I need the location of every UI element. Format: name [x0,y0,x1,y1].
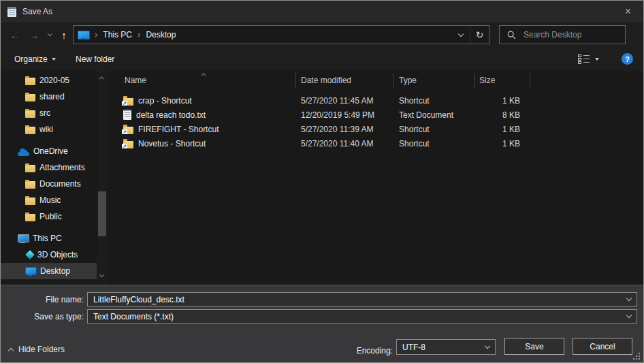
sidebar-item[interactable] [1,279,110,284]
file-row[interactable]: crap - Shortcut 5/27/2020 11:45 AM Short… [110,93,643,108]
sidebar-item-2020-05[interactable]: 2020-05 [1,72,110,89]
thispc-icon [18,234,29,243]
sidebar-item-documents[interactable]: Documents [1,176,110,192]
sidebar-item-label: Documents [39,179,81,189]
folder-icon [25,127,35,134]
resize-grip[interactable] [639,358,640,360]
file-name-cell: delta reach todo.txt [110,110,295,120]
navigation-bar: ← → ↑ › This PC › Desktop ↻ [1,22,643,47]
sidebar-item-public[interactable]: Public [1,208,110,225]
organize-button[interactable]: Organize [14,47,56,71]
scroll-up-icon[interactable] [99,77,103,81]
save-as-type-select[interactable]: Text Documents (*.txt) [87,309,637,323]
help-button[interactable]: ? [622,47,633,71]
sidebar-items: 2020-05 shared src wiki OneDrive Attachm… [1,71,110,284]
file-date-modified: 5/27/2020 11:40 AM [295,139,393,148]
navigation-pane: 2020-05 shared src wiki OneDrive Attachm… [1,71,110,284]
sidebar-item-src[interactable]: src [1,105,110,121]
sidebar-item-onedrive[interactable]: OneDrive [1,143,110,159]
column-header-name[interactable]: Name [125,76,146,85]
desktop-icon [25,267,36,276]
sidebar-item-desktop[interactable]: Desktop [1,263,97,279]
sidebar-item-this-pc[interactable]: This PC [1,230,110,247]
encoding-value: UTF-8 [402,343,425,352]
chevron-down-icon [626,313,632,318]
save-as-type-label: Save as type: [1,312,84,321]
search-box [499,25,626,44]
refresh-icon[interactable]: ↻ [470,26,489,44]
column-divider[interactable] [474,73,475,89]
cancel-button[interactable]: Cancel [573,338,632,355]
file-name-combobox [87,292,637,306]
chevron-down-icon [52,58,56,61]
this-pc-icon [78,31,89,40]
chevron-down-icon [485,343,490,349]
notepad-app-icon [7,7,16,17]
history-chevron-icon[interactable] [44,22,56,47]
save-panel: File name: Save as type: Text Documents … [1,285,643,362]
file-row[interactable]: delta reach todo.txt 12/20/2019 5:49 PM … [110,108,643,122]
column-divider[interactable] [393,73,394,89]
encoding-select[interactable]: UTF-8 [396,339,496,355]
folder-icon [25,198,35,205]
back-icon[interactable]: ← [6,22,24,47]
folder-icon [25,181,35,189]
sidebar-item-3d-objects[interactable]: 3D Objects [1,247,110,263]
file-size: 1 KB [474,96,530,106]
file-row[interactable]: FIREFIGHT - Shortcut 5/27/2020 11:39 AM … [110,122,643,136]
text-document-icon [123,110,131,120]
breadcrumb-desktop[interactable]: Desktop [144,30,177,40]
cancel-label: Cancel [590,342,615,351]
chevron-down-icon[interactable] [626,296,632,301]
file-name-input[interactable] [93,295,627,304]
sidebar-item-label: Music [39,195,61,205]
sidebar-item-shared[interactable]: shared [1,89,110,105]
sidebar-item-wiki[interactable]: wiki [1,121,110,138]
address-dropdown-icon[interactable] [451,26,470,44]
search-icon [507,31,516,40]
scrollbar-thumb[interactable] [98,191,106,236]
file-type: Shortcut [393,96,474,106]
sidebar-item-label: 3D Objects [37,250,78,259]
help-icon: ? [622,53,633,65]
column-divider[interactable] [295,73,296,89]
address-bar[interactable]: › This PC › Desktop ↻ [73,25,489,44]
breadcrumb-this-pc[interactable]: This PC [101,30,133,40]
scroll-down-icon[interactable] [99,272,103,277]
file-date-modified: 5/27/2020 11:45 AM [295,96,393,106]
file-name-text: FIREFIGHT - Shortcut [138,125,219,134]
file-date-modified: 5/27/2020 11:39 AM [295,125,393,134]
new-folder-button[interactable]: New folder [76,47,114,71]
encoding-label: Encoding: [325,346,393,356]
save-button[interactable]: Save [504,338,564,355]
chevron-up-icon [8,347,14,353]
file-type: Text Document [393,110,474,120]
sidebar-scrollbar[interactable] [97,71,108,284]
folder-shortcut-icon [123,127,133,134]
titlebar: Save As [1,1,643,22]
column-divider[interactable] [530,73,530,89]
folder-icon [25,94,35,101]
details-view-icon [578,54,590,63]
search-input[interactable] [522,29,611,40]
up-icon[interactable]: ↑ [57,22,71,47]
file-row[interactable]: Novetus - Shortcut 5/27/2020 11:40 AM Sh… [110,136,643,151]
save-label: Save [525,342,543,351]
sidebar-item-attachments[interactable]: Attachments [1,159,110,176]
hide-folders-button[interactable]: Hide Folders [9,343,65,356]
file-size: 1 KB [474,125,530,134]
sidebar-item-music[interactable]: Music [1,192,110,208]
close-icon: × [625,6,631,17]
column-header-size[interactable]: Size [479,76,495,85]
column-header-date-modified[interactable]: Date modified [301,76,351,85]
column-header-type[interactable]: Type [399,76,417,85]
file-name-text: crap - Shortcut [138,96,192,106]
forward-icon[interactable]: → [25,22,43,47]
sidebar-item-label: This PC [33,234,62,243]
close-button[interactable]: × [613,1,643,22]
file-name-text: delta reach todo.txt [136,110,206,120]
view-details-button[interactable] [578,47,599,71]
new-folder-label: New folder [76,54,114,64]
save-as-type-value: Text Documents (*.txt) [93,312,174,321]
file-name-text: Novetus - Shortcut [138,139,206,148]
